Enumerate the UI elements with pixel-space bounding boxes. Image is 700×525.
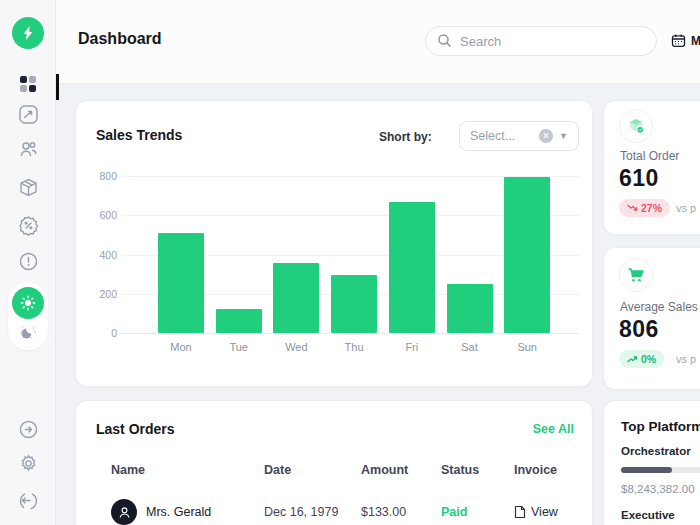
last-orders-title: Last Orders bbox=[96, 421, 175, 437]
sidebar-item-dashboard[interactable] bbox=[17, 73, 39, 95]
document-icon bbox=[514, 505, 526, 519]
search-bar bbox=[425, 26, 657, 56]
x-tick-label: Sat bbox=[447, 341, 493, 353]
sidebar-item-alerts[interactable] bbox=[17, 250, 39, 272]
stat-label: Average Sales bbox=[620, 300, 698, 314]
platform-progress-fill bbox=[621, 467, 672, 473]
col-amount: Amount bbox=[361, 463, 441, 477]
last-orders-card: Last Orders See All Name Date Amount Sta… bbox=[75, 400, 593, 525]
customer-cell: Mrs. Gerald bbox=[111, 499, 264, 525]
sidebar bbox=[0, 0, 56, 525]
platform-progress-track bbox=[621, 467, 700, 473]
trend-up-icon bbox=[627, 355, 638, 363]
bar-chart-plot: MonTueWedThuFriSatSun bbox=[121, 176, 579, 333]
sales-trends-card: Sales Trends Short by: Select... ✕ ▼ 800… bbox=[75, 100, 593, 387]
bar-wed[interactable] bbox=[273, 263, 319, 333]
top-platform-title: Top Platform bbox=[621, 419, 700, 434]
customers-icon bbox=[18, 139, 39, 160]
moon-icon bbox=[19, 324, 37, 342]
theme-light-button[interactable] bbox=[12, 287, 44, 319]
theme-dark-button[interactable] bbox=[17, 322, 39, 344]
products-box-icon bbox=[18, 177, 39, 198]
delta-value: 0% bbox=[641, 353, 656, 365]
sun-icon bbox=[20, 295, 36, 311]
platform-name: Executive bbox=[621, 509, 675, 521]
sidebar-item-login[interactable] bbox=[17, 418, 39, 440]
sales-trends-title: Sales Trends bbox=[96, 127, 182, 143]
sort-by-label: Short by: bbox=[379, 130, 432, 144]
y-tick-label: 800 bbox=[80, 170, 117, 182]
stat-value: 806 bbox=[619, 316, 659, 343]
order-date: Dec 16, 1979 bbox=[264, 505, 361, 519]
col-invoice: Invoice bbox=[514, 463, 576, 477]
login-arrow-icon bbox=[18, 419, 39, 440]
logout-arrow-icon bbox=[18, 490, 39, 511]
average-sales-card: Average Sales 806 0% vs p bbox=[603, 247, 700, 390]
x-tick-label: Tue bbox=[216, 341, 262, 353]
col-name: Name bbox=[111, 463, 264, 477]
stat-icon-circle bbox=[619, 258, 653, 292]
x-tick-label: Thu bbox=[331, 341, 377, 353]
alert-circle-icon bbox=[18, 251, 39, 272]
bar-sat[interactable] bbox=[447, 284, 493, 333]
trend-down-icon bbox=[627, 204, 638, 212]
status-badge: Paid bbox=[441, 505, 514, 519]
search-input[interactable] bbox=[425, 26, 657, 56]
lightning-icon bbox=[20, 25, 36, 41]
vs-previous-label: vs p bbox=[676, 353, 696, 365]
y-tick-label: 400 bbox=[80, 249, 117, 261]
analytics-chart-icon bbox=[18, 104, 39, 125]
avatar bbox=[111, 499, 137, 525]
y-tick-label: 600 bbox=[80, 209, 117, 221]
table-row: Mrs. Gerald Dec 16, 1979 $133.00 Paid Vi… bbox=[111, 499, 576, 525]
platform-amount: $8,243,382.00 bbox=[621, 483, 695, 495]
sidebar-item-logout[interactable] bbox=[17, 489, 39, 511]
sidebar-item-products[interactable] bbox=[17, 176, 39, 198]
calendar-icon bbox=[671, 33, 686, 48]
platform-name: Orchestrator bbox=[621, 445, 691, 457]
total-order-card: Total Order 610 27% vs p bbox=[603, 100, 700, 235]
text-cursor-caret bbox=[56, 74, 59, 100]
view-invoice-link[interactable]: View bbox=[514, 505, 576, 519]
delta-badge: 0% bbox=[619, 350, 664, 368]
see-all-link[interactable]: See All bbox=[533, 422, 574, 436]
bar-fri[interactable] bbox=[389, 202, 435, 333]
stat-icon-circle bbox=[619, 109, 653, 143]
user-avatar-icon bbox=[118, 506, 131, 519]
bar-thu[interactable] bbox=[331, 275, 377, 333]
order-amount: $133.00 bbox=[361, 505, 441, 519]
customer-name: Mrs. Gerald bbox=[146, 505, 211, 519]
bar-tue[interactable] bbox=[216, 309, 262, 333]
sort-select[interactable]: Select... ✕ ▼ bbox=[459, 121, 579, 151]
sidebar-item-discounts[interactable] bbox=[17, 214, 39, 236]
col-date: Date bbox=[264, 463, 361, 477]
clear-selection-icon[interactable]: ✕ bbox=[539, 129, 553, 143]
view-label: View bbox=[531, 505, 558, 519]
x-tick-label: Sun bbox=[504, 341, 550, 353]
bar-sun[interactable] bbox=[504, 177, 550, 333]
dashboard-grid-icon bbox=[18, 74, 38, 94]
vs-previous-label: vs p bbox=[676, 202, 696, 214]
x-tick-label: Mon bbox=[158, 341, 204, 353]
top-platform-card: Top Platform Orchestrator $8,243,382.00 … bbox=[603, 400, 700, 525]
package-check-icon bbox=[627, 117, 645, 135]
gridline bbox=[121, 333, 579, 334]
sidebar-item-settings[interactable] bbox=[17, 452, 39, 474]
sidebar-item-customers[interactable] bbox=[17, 138, 39, 160]
settings-gear-icon bbox=[18, 453, 39, 474]
discount-badge-icon bbox=[18, 215, 39, 236]
sidebar-item-analytics[interactable] bbox=[17, 103, 39, 125]
orders-table-header: Name Date Amount Status Invoice bbox=[111, 463, 576, 477]
chevron-down-icon: ▼ bbox=[559, 131, 568, 141]
x-tick-label: Wed bbox=[273, 341, 319, 353]
app-logo[interactable] bbox=[12, 17, 44, 49]
search-icon bbox=[437, 33, 452, 48]
select-placeholder: Select... bbox=[470, 129, 539, 143]
stat-label: Total Order bbox=[620, 149, 679, 163]
delta-badge: 27% bbox=[619, 199, 670, 217]
y-tick-label: 0 bbox=[80, 327, 117, 339]
x-tick-label: Fri bbox=[389, 341, 435, 353]
cart-icon bbox=[627, 266, 645, 284]
bar-mon[interactable] bbox=[158, 233, 204, 333]
date-picker[interactable]: May bbox=[671, 33, 700, 48]
